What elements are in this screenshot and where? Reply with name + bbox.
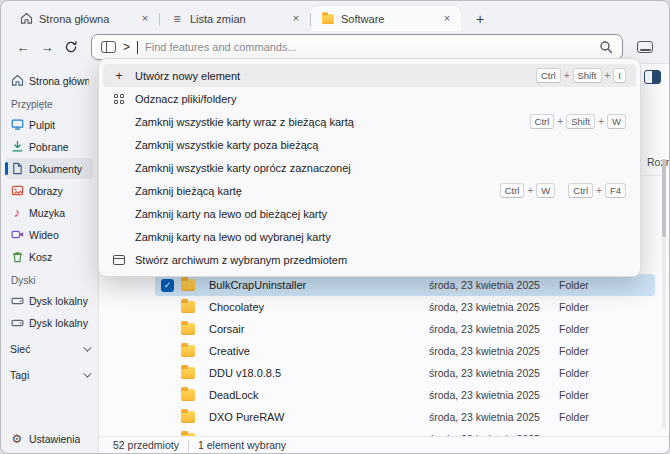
row-checkbox[interactable]: [161, 389, 174, 402]
vertical-scrollbar[interactable]: [662, 159, 666, 429]
sidebar-item-network[interactable]: Sieć: [6, 338, 93, 359]
file-row-bulkcrapuninstaller[interactable]: ✓ BulkCrapUninstaller środa, 23 kwietnia…: [155, 274, 655, 296]
palette-item-label: Zamknij wszystkie karty oprócz zaznaczon…: [135, 162, 626, 174]
shortcut-hint: Ctrl + Shift + I: [536, 68, 626, 83]
drive-icon: [10, 316, 24, 329]
changelog-icon: ≡: [170, 12, 184, 26]
search-icon[interactable]: [599, 40, 613, 54]
music-icon: ♪: [10, 205, 24, 220]
row-checkbox[interactable]: [161, 301, 174, 314]
sidebar-item-drive-d[interactable]: Dysk lokalny (D:): [6, 312, 93, 333]
tab-close-icon[interactable]: ×: [439, 11, 455, 27]
home-icon: [10, 74, 24, 87]
sidebar-item-muzyka[interactable]: ♪ Muzyka: [6, 202, 93, 223]
row-checkbox[interactable]: [161, 323, 174, 336]
refresh-button[interactable]: [59, 35, 83, 59]
file-row-ddu[interactable]: DDU v18.0.8.5 środa, 23 kwietnia 2025 Fo…: [155, 362, 655, 384]
file-type: Folder: [559, 411, 649, 423]
file-row-dxo-pureraw[interactable]: DXO PureRAW środa, 23 kwietnia 2025 Fold…: [155, 406, 655, 428]
folder-icon: [181, 389, 195, 401]
toggle-shelf-button[interactable]: [631, 35, 659, 59]
sidebar-item-label: Dokumenty: [29, 163, 82, 175]
file-row-corsair[interactable]: Corsair środa, 23 kwietnia 2025 Folder: [155, 318, 655, 340]
palette-item-close-current-tab[interactable]: Zamknij bieżącą kartę Ctrl + W Ctrl + F4: [103, 179, 636, 202]
keycap: W: [536, 183, 555, 198]
palette-item-create-archive[interactable]: Stwórz archiwum z wybranym przedmiotem: [103, 248, 636, 271]
sidebar-item-drive-c[interactable]: Dysk lokalny (C:): [6, 290, 93, 311]
chevron-down-icon: [83, 343, 91, 351]
chevron-down-icon: [83, 369, 91, 377]
keycap: I: [613, 68, 626, 83]
sidebar-item-label: Tagi: [10, 369, 29, 381]
palette-item-close-all-except-current[interactable]: Zamknij wszystkie karty poza bieżącą: [103, 133, 636, 156]
tab-close-icon[interactable]: ×: [288, 11, 304, 27]
sidebar-item-wideo[interactable]: Wideo: [6, 224, 93, 245]
palette-item-create-new[interactable]: + Utwórz nowy element Ctrl + Shift + I: [103, 64, 636, 87]
keycap: Shift: [566, 114, 595, 129]
file-name: BulkCrapUninstaller: [203, 279, 429, 291]
palette-item-deselect[interactable]: Odznacz pliki/foldery: [103, 87, 636, 110]
tab-lista-zmian[interactable]: ≡ Lista zmian ×: [160, 6, 310, 31]
palette-item-close-all-except-selected[interactable]: Zamknij wszystkie karty oprócz zaznaczon…: [103, 156, 636, 179]
keycap: F4: [605, 183, 626, 198]
sidebar-item-label: Wideo: [29, 229, 59, 241]
desktop-icon: [10, 118, 24, 131]
archive-icon: [111, 255, 127, 265]
details-pane-toggle-button[interactable]: [641, 67, 663, 86]
row-checkbox[interactable]: [161, 411, 174, 424]
file-row-creative[interactable]: Creative środa, 23 kwietnia 2025 Folder: [155, 340, 655, 362]
plus-separator: +: [598, 116, 604, 127]
titlebar: Strona główna × ≡ Lista zmian × Software…: [1, 1, 669, 31]
forward-button[interactable]: →: [35, 35, 59, 59]
tab-close-icon[interactable]: ×: [137, 11, 153, 27]
sidebar-item-label: Dysk lokalny (D:): [29, 317, 89, 329]
file-row-chocolatey[interactable]: Chocolatey środa, 23 kwietnia 2025 Folde…: [155, 296, 655, 318]
row-checkbox[interactable]: [161, 367, 174, 380]
palette-item-label: Zamknij wszystkie karty wraz z bieżącą k…: [135, 116, 522, 128]
sidebar-item-kosz[interactable]: Kosz: [6, 246, 93, 267]
plus-icon: +: [111, 69, 127, 82]
shelf-icon: [637, 41, 653, 53]
scrollbar-thumb[interactable]: [662, 159, 666, 237]
row-checkbox[interactable]: ✓: [161, 279, 174, 292]
sidebar-item-obrazy[interactable]: Obrazy: [6, 180, 93, 201]
tab-software-active[interactable]: Software ×: [311, 6, 461, 31]
file-type: Folder: [559, 279, 649, 291]
file-type: Folder: [559, 389, 649, 401]
sidebar-item-label: Muzyka: [29, 207, 65, 219]
plus-separator: +: [564, 70, 570, 81]
folder-icon: [181, 279, 195, 291]
plus-separator: +: [596, 185, 602, 196]
row-checkbox[interactable]: [161, 345, 174, 358]
tab-strona-glowna[interactable]: Strona główna ×: [9, 6, 159, 31]
new-tab-button[interactable]: +: [467, 8, 493, 30]
file-name: Creative: [203, 345, 429, 357]
sidebar-item-tags[interactable]: Tagi: [6, 364, 93, 385]
sidebar-section-drives: Dyski: [6, 268, 93, 289]
sidebar-item-settings[interactable]: ⚙ Ustawienia: [6, 428, 93, 449]
command-search-input[interactable]: > Find features and commands...: [91, 34, 623, 60]
file-name: Chocolatey: [203, 301, 429, 313]
split-pane-icon: [644, 70, 661, 84]
palette-item-close-all-incl-current[interactable]: Zamknij wszystkie karty wraz z bieżącą k…: [103, 110, 636, 133]
document-icon: [10, 162, 24, 175]
statusbar: 52 przedmioty 1 element wybrany: [99, 436, 669, 453]
sidebar-item-pobrane[interactable]: Pobrane: [6, 136, 93, 157]
recycle-bin-icon: [10, 250, 24, 263]
sidebar-item-label: Dysk lokalny (C:): [29, 295, 89, 307]
sidebar-item-pulpit[interactable]: Pulpit: [6, 114, 93, 135]
gear-icon: ⚙: [10, 432, 24, 446]
back-button[interactable]: ←: [11, 35, 35, 59]
file-row-deadlock[interactable]: DeadLock środa, 23 kwietnia 2025 Folder: [155, 384, 655, 406]
file-list: ✓ BulkCrapUninstaller środa, 23 kwietnia…: [155, 274, 655, 450]
keycap: Ctrl: [536, 68, 561, 83]
palette-item-close-tabs-left-of-selected[interactable]: Zamknij karty na lewo od wybranej karty: [103, 225, 636, 248]
palette-item-close-tabs-left-of-current[interactable]: Zamknij karty na lewo od bieżącej karty: [103, 202, 636, 225]
sidebar-item-home[interactable]: Strona główna: [6, 70, 93, 91]
keycap: Shift: [573, 68, 602, 83]
file-date: środa, 23 kwietnia 2025: [429, 411, 559, 423]
sidebar-item-label: Kosz: [29, 251, 52, 263]
file-name: DXO PureRAW: [203, 411, 429, 423]
sidebar-item-dokumenty[interactable]: Dokumenty: [6, 158, 93, 179]
items-count: 52 przedmioty: [113, 439, 179, 451]
